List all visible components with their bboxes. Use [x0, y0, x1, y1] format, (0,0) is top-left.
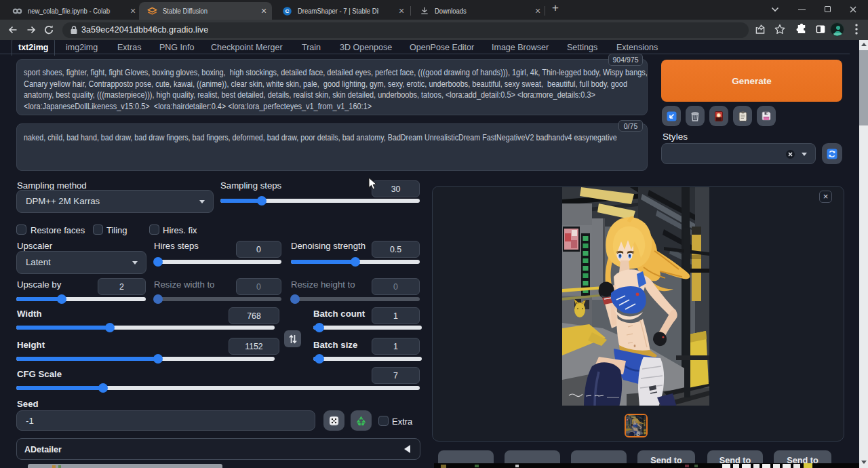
svg-text:C: C — [285, 8, 290, 14]
